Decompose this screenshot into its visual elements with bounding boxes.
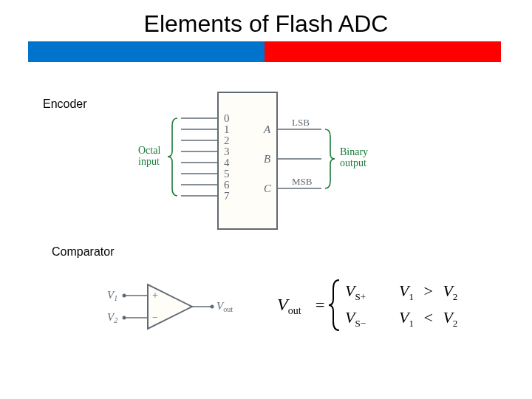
svg-text:Vout: Vout — [216, 300, 233, 313]
bar-red — [265, 41, 501, 62]
eq-lhs: Vout — [277, 295, 301, 316]
svg-text:4: 4 — [224, 157, 230, 168]
comparator-equation: Vout = VS+ V1 > V2 VS− V1 < V2 — [277, 270, 499, 340]
comparator-diagram: + − V1 V2 Vout — [100, 273, 248, 340]
svg-text:V2: V2 — [107, 311, 117, 324]
svg-text:0: 0 — [224, 112, 230, 124]
eq-case2-val: VS− — [345, 308, 366, 329]
svg-text:1: 1 — [224, 123, 230, 135]
brace-icon — [329, 280, 339, 330]
svg-text:5: 5 — [224, 168, 230, 180]
minus-label: − — [152, 312, 158, 323]
svg-text:B: B — [264, 153, 270, 165]
svg-text:2: 2 — [224, 134, 230, 146]
accent-bar — [28, 41, 501, 62]
plus-label: + — [152, 290, 158, 301]
svg-point-29 — [211, 305, 214, 309]
eq-equals: = — [316, 296, 324, 314]
encoder-input-labels: 0 1 2 3 4 5 6 7 — [224, 112, 230, 202]
encoder-output-roles: LSB MSB — [292, 117, 313, 187]
svg-text:MSB: MSB — [292, 176, 313, 187]
page-title: Elements of Flash ADC — [0, 10, 532, 38]
eq-case1-cond: V1 > V2 — [399, 282, 457, 304]
svg-text:V1: V1 — [107, 289, 117, 302]
output-bracket — [325, 129, 335, 188]
eq-case2-cond: V1 < V2 — [399, 308, 457, 330]
encoder-diagram: 0 1 2 3 4 5 6 7 Octal input A B C LSB MS — [137, 85, 381, 240]
octal-input-label: Octal input — [138, 145, 163, 167]
bar-blue — [28, 41, 265, 62]
svg-text:3: 3 — [224, 146, 230, 157]
eq-case1-val: VS+ — [345, 282, 366, 302]
v1-label: V1 — [107, 289, 117, 302]
svg-text:C: C — [264, 183, 272, 194]
vout-label: Vout — [216, 300, 233, 313]
input-bracket — [168, 118, 177, 196]
svg-text:A: A — [263, 123, 271, 135]
binary-output-label: Binary output — [340, 146, 371, 168]
svg-text:LSB: LSB — [292, 117, 310, 128]
svg-point-28 — [123, 316, 126, 320]
comparator-heading: Comparator — [52, 245, 114, 259]
svg-text:7: 7 — [224, 190, 230, 202]
encoder-heading: Encoder — [43, 98, 87, 111]
svg-point-27 — [123, 294, 126, 298]
svg-text:6: 6 — [224, 179, 230, 191]
encoder-inputs — [181, 118, 218, 196]
v2-label: V2 — [107, 311, 117, 324]
